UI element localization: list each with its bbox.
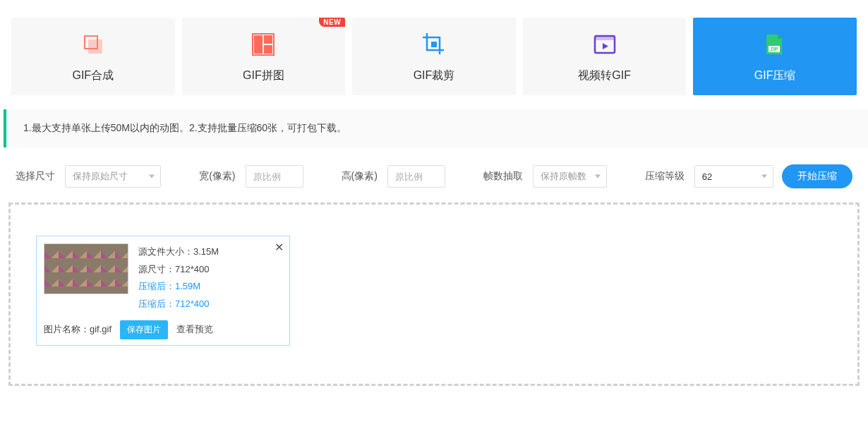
tab-gif-collage[interactable]: NEW GIF拼图: [182, 18, 346, 95]
tab-label: 视频转GIF: [578, 68, 631, 83]
filename-value: gif.gif: [90, 324, 111, 334]
size-select[interactable]: 保持原始尺寸: [65, 165, 161, 188]
out-size-label: 压缩后：: [138, 281, 175, 291]
new-badge: NEW: [319, 18, 345, 27]
svg-rect-8: [595, 36, 615, 40]
quality-select-value: 62: [702, 171, 712, 182]
tab-gif-compress[interactable]: ZIP GIF压缩: [693, 18, 857, 95]
video-icon: [592, 30, 617, 59]
controls-bar: 选择尺寸 保持原始尺寸 宽(像素) 高(像素) 帧数抽取 保持原帧数 压缩等级 …: [0, 147, 868, 202]
tool-tabs: GIF合成 NEW GIF拼图 GIF裁剪 视频转GIF ZIP GIF压缩: [0, 0, 868, 109]
tab-label: GIF拼图: [243, 68, 284, 83]
src-dim-value: 712*400: [175, 264, 209, 274]
save-image-button[interactable]: 保存图片: [120, 320, 168, 339]
tab-gif-crop[interactable]: GIF裁剪: [352, 18, 516, 95]
src-size-value: 3.15M: [193, 246, 219, 257]
grid-icon: [251, 30, 275, 59]
tab-label: GIF裁剪: [414, 68, 455, 83]
chevron-down-icon: [761, 175, 767, 178]
start-compress-button[interactable]: 开始压缩: [782, 164, 852, 188]
crop-icon: [421, 30, 447, 59]
src-size-label: 源文件大小：: [138, 246, 193, 257]
result-info: 源文件大小：3.15M 源尺寸：712*400 压缩后：1.59M 压缩后：71…: [138, 243, 219, 313]
tab-label: GIF压缩: [754, 68, 796, 83]
height-input[interactable]: [387, 165, 445, 188]
width-label: 宽(像素): [199, 170, 235, 183]
svg-rect-1: [89, 40, 102, 53]
frames-select-value: 保持原帧数: [541, 170, 586, 183]
width-input[interactable]: [246, 165, 303, 188]
svg-rect-4: [264, 35, 272, 44]
height-label: 高(像素): [342, 170, 378, 183]
zip-icon: ZIP: [761, 30, 789, 59]
dropzone[interactable]: ✕ 源文件大小：3.15M 源尺寸：712*400 压缩后：1.59M 压缩后：…: [8, 202, 860, 386]
size-select-value: 保持原始尺寸: [73, 170, 128, 183]
svg-text:ZIP: ZIP: [771, 47, 778, 52]
result-card: ✕ 源文件大小：3.15M 源尺寸：712*400 压缩后：1.59M 压缩后：…: [36, 236, 290, 346]
svg-rect-6: [431, 42, 437, 47]
svg-marker-9: [603, 43, 608, 49]
chevron-down-icon: [149, 175, 155, 178]
svg-rect-3: [254, 35, 263, 54]
tab-label: GIF合成: [72, 68, 114, 83]
quality-select[interactable]: 62: [694, 165, 773, 188]
out-size-value: 1.59M: [175, 281, 200, 291]
out-dim-value: 712*400: [175, 298, 209, 309]
tab-video-to-gif[interactable]: 视频转GIF: [523, 18, 687, 95]
close-icon[interactable]: ✕: [275, 241, 284, 254]
filename-label: 图片名称：: [44, 324, 90, 334]
src-dim-label: 源尺寸：: [138, 264, 175, 274]
preview-link[interactable]: 查看预览: [176, 323, 213, 336]
frames-label: 帧数抽取: [483, 170, 523, 183]
svg-rect-5: [264, 45, 272, 54]
quality-label: 压缩等级: [645, 170, 685, 183]
chevron-down-icon: [595, 175, 601, 178]
tab-gif-compose[interactable]: GIF合成: [11, 18, 175, 95]
size-label: 选择尺寸: [16, 170, 55, 183]
layers-icon: [80, 30, 106, 59]
thumbnail: [44, 243, 128, 294]
frames-select[interactable]: 保持原帧数: [533, 165, 607, 188]
out-dim-label: 压缩后：: [138, 298, 175, 309]
info-notice: 1.最大支持单张上传50M以内的动图。2.支持批量压缩60张，可打包下载。: [4, 109, 868, 147]
